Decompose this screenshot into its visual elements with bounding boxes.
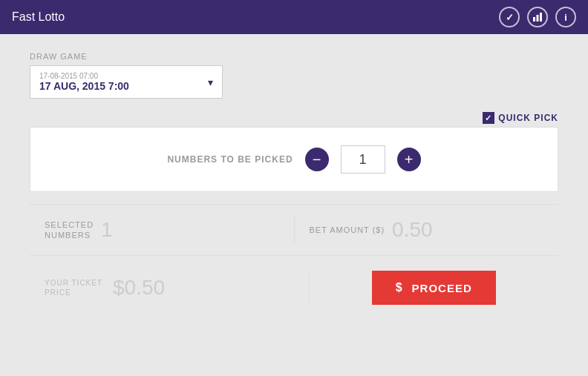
plus-icon: + (405, 152, 414, 167)
header-icon-group: ✓ i (499, 7, 576, 27)
draw-date-small: 17-08-2015 07:00 (39, 72, 129, 80)
svg-rect-1 (537, 15, 539, 22)
footer-row: YOUR TICKET PRICE $0.50 $ PROCEED (30, 271, 558, 305)
ticket-price-label-group: YOUR TICKET PRICE (45, 278, 102, 297)
selected-numbers-value: 1 (101, 218, 113, 242)
bet-amount-label: BET AMOUNT ($) (310, 225, 385, 235)
bet-amount-stat: BET AMOUNT ($) 0.50 (295, 218, 559, 242)
picker-label: NUMBERS TO BE PICKED (167, 154, 293, 165)
selected-numbers-label: SELECTEDNUMBERS (45, 220, 94, 241)
chart-icon-button[interactable] (527, 7, 548, 27)
draw-date-main: 17 AUG, 2015 7:00 (39, 80, 129, 92)
draw-game-section: DRAW GAME 17-08-2015 07:00 17 AUG, 2015 … (30, 52, 558, 99)
draw-game-select[interactable]: 17-08-2015 07:00 17 AUG, 2015 7:00 ▾ (30, 65, 223, 99)
stats-row: SELECTEDNUMBERS 1 BET AMOUNT ($) 0.50 (30, 204, 558, 256)
picker-value-display: 1 (341, 145, 385, 174)
bet-amount-value: 0.50 (392, 218, 433, 242)
quick-pick-label-text: QUICK PICK (498, 113, 558, 123)
ticket-price-section: YOUR TICKET PRICE $0.50 (30, 276, 309, 300)
check-icon-button[interactable]: ✓ (499, 7, 520, 27)
proceed-button[interactable]: $ PROCEED (372, 271, 496, 305)
info-icon-button[interactable]: i (555, 7, 576, 27)
draw-game-label: DRAW GAME (30, 52, 558, 61)
quick-pick-check-icon: ✓ (483, 112, 494, 124)
ticket-price-label-line1: YOUR TICKET (45, 278, 102, 288)
quick-pick-bar: ✓ QUICK PICK (30, 112, 558, 124)
header: Fast Lotto ✓ i (0, 0, 588, 34)
numbers-picker-box: NUMBERS TO BE PICKED − 1 + (30, 127, 558, 192)
svg-rect-2 (540, 13, 542, 22)
ticket-price-value: $0.50 (113, 276, 165, 300)
proceed-label: PROCEED (412, 282, 472, 294)
svg-rect-0 (533, 17, 535, 22)
draw-game-select-inner: 17-08-2015 07:00 17 AUG, 2015 7:00 (39, 72, 129, 92)
quick-pick-button[interactable]: ✓ QUICK PICK (483, 112, 558, 124)
selected-numbers-stat: SELECTEDNUMBERS 1 (30, 218, 294, 242)
increment-button[interactable]: + (397, 148, 421, 171)
proceed-section: $ PROCEED (310, 271, 559, 305)
ticket-price-label-line2: PRICE (45, 288, 102, 297)
main-content: DRAW GAME 17-08-2015 07:00 17 AUG, 2015 … (0, 34, 588, 323)
app-title: Fast Lotto (12, 10, 65, 24)
proceed-dollar-icon: $ (396, 281, 403, 294)
decrement-button[interactable]: − (305, 148, 329, 171)
minus-icon: − (313, 152, 321, 167)
chevron-down-icon: ▾ (208, 76, 213, 88)
